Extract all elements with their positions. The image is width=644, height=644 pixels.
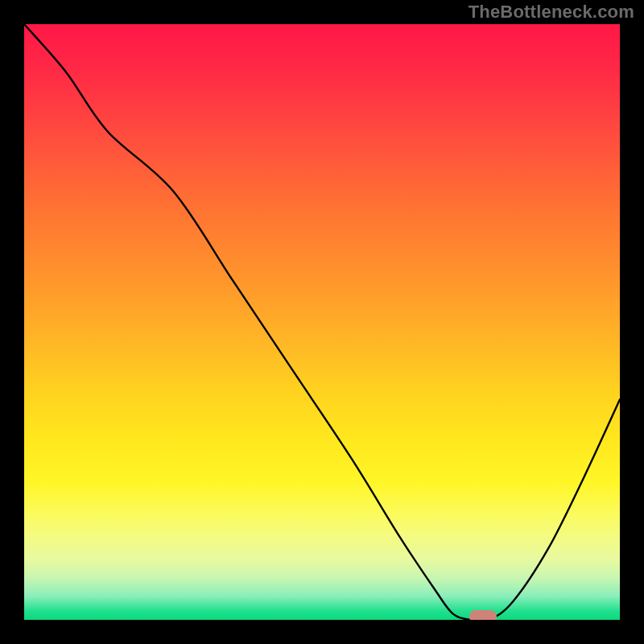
chart-frame: TheBottleneck.com xyxy=(0,0,644,644)
bottleneck-curve xyxy=(24,24,620,620)
curve-path xyxy=(24,24,620,620)
optimal-point-marker xyxy=(469,610,497,620)
watermark-text: TheBottleneck.com xyxy=(469,2,634,23)
plot-area xyxy=(24,24,620,620)
